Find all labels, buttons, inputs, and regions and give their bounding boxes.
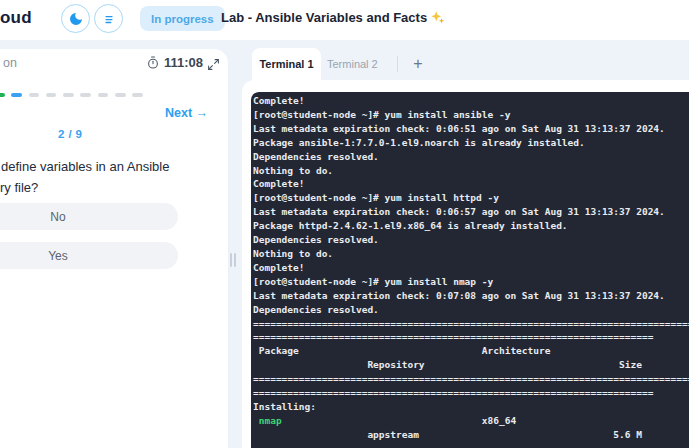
terminal-line: Installing: [253,400,689,414]
progress-counter: 2 / 9 [58,128,82,140]
terminal-line: ========================================… [253,330,689,344]
timer-value: 111:08 [164,55,203,70]
progress-dot-todo [115,93,126,97]
terminal-line: Dependencies resolved. [253,303,689,317]
terminal-line: Last metadata expiration check: 0:07:08 … [253,289,689,303]
page-title-text: Lab - Ansible Variables and Facts [221,10,427,25]
progress-dots [0,93,143,97]
terminal-line: Last metadata expiration check: 0:06:57 … [253,205,689,219]
question-line-1: define variables in an Ansible [1,157,169,178]
progress-dot-complete [0,93,5,97]
terminal-line: Last metadata expiration check: 0:06:51 … [253,122,689,136]
sparkles-icon [430,10,445,25]
terminal-line: [root@student-node ~]# yum install nmap … [253,275,689,289]
moon-icon [68,11,84,27]
progress-dot-todo [46,93,57,97]
tab-terminal-1[interactable]: Terminal 1 [252,48,321,80]
progress-dot-todo [63,93,74,97]
page-title: Lab - Ansible Variables and Facts [221,10,445,25]
progress-dot-todo [29,93,40,97]
status-badge: In progress [140,6,225,31]
session-timer: 111:08 [146,55,203,70]
terminal-line: Nothing to do. [253,164,689,178]
terminal-line: Nothing to do. [253,247,689,261]
add-tab-button[interactable]: + [407,52,429,76]
terminal-line: [root@student-node ~]# yum install httpd… [253,191,689,205]
terminal-line: ========================================… [253,372,689,386]
menu-button[interactable] [94,4,123,33]
terminal-line: Dependencies resolved. [253,150,689,164]
stopwatch-icon [146,55,160,70]
tab-terminal-2[interactable]: Terminal 2 [327,48,378,80]
pane-resize-handle[interactable] [230,253,236,267]
lab-page: oud In progress Lab - Ansible Variables … [0,0,689,448]
expand-icon [207,58,220,71]
terminal-line: Complete! [253,94,689,108]
menu-lines-icon [102,12,116,26]
terminal-screen[interactable]: Complete![root@student-node ~]# yum inst… [251,92,689,448]
question-line-2: ry file? [0,178,169,199]
dark-mode-toggle[interactable] [61,4,90,33]
terminal-line: nmap x86_64 [253,414,689,428]
terminal-line: ========================================… [253,386,689,400]
terminal-line: ========================================… [253,317,689,331]
answer-yes-button[interactable]: Yes [0,242,178,269]
progress-dot-current [11,93,22,97]
terminal-line: Package ansible-1:7.7.0-1.el9.noarch is … [253,136,689,150]
tab-divider [397,56,398,72]
logo-fragment: oud [0,8,32,28]
next-button-label: Next [165,106,192,120]
terminal-line: Dependencies resolved. [253,233,689,247]
terminal-line: Complete! [253,177,689,191]
terminal-line: Package Architecture [253,344,689,358]
progress-dot-todo [132,93,143,97]
progress-dot-todo [80,93,91,97]
answer-no-button[interactable]: No [0,203,178,230]
next-button[interactable]: Next → [165,106,208,120]
terminal-line: appstream 5.6 M [253,428,689,442]
terminal-line: Package httpd-2.4.62-1.el9.x86_64 is alr… [253,219,689,233]
quiz-panel-title-fragment: on [3,56,17,70]
question-text: define variables in an Ansible ry file? [1,157,169,198]
top-bar: oud In progress Lab - Ansible Variables … [0,0,689,40]
arrow-right-icon: → [196,106,209,120]
progress-dot-todo [98,93,109,97]
terminal-line: Complete! [253,261,689,275]
expand-panel-button[interactable] [204,55,222,73]
terminal-line: Repository Size [253,358,689,372]
terminal-line: [root@student-node ~]# yum install ansib… [253,108,689,122]
